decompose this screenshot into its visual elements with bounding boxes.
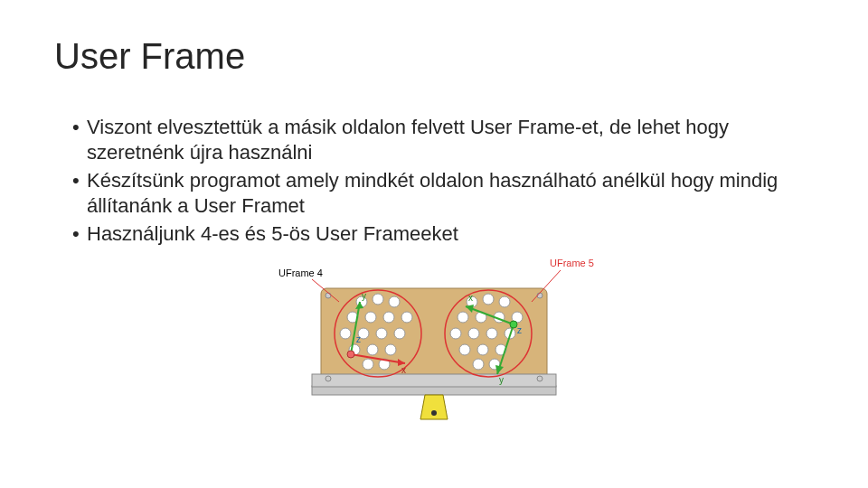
origin-dot-left-icon [347, 351, 354, 358]
svg-point-12 [367, 344, 378, 355]
svg-point-2 [389, 296, 400, 307]
uframe4-label: UFrame 4 [278, 267, 323, 278]
slide: User Frame Viszont elvesztettük a másik … [0, 0, 868, 488]
svg-point-18 [499, 296, 510, 307]
bullet-list: Viszont elvesztettük a másik oldalon fel… [54, 115, 814, 247]
svg-point-14 [363, 359, 373, 370]
bullet-item: Viszont elvesztettük a másik oldalon fel… [72, 115, 814, 164]
svg-point-4 [365, 312, 376, 323]
axis-x-label-left: x [401, 365, 406, 375]
svg-point-30 [473, 359, 484, 370]
svg-point-28 [477, 344, 488, 355]
svg-point-5 [383, 312, 394, 323]
svg-point-13 [385, 344, 396, 355]
corner-bolt-icon [537, 376, 542, 381]
svg-point-9 [376, 328, 387, 339]
svg-point-27 [459, 344, 470, 355]
svg-point-7 [340, 328, 351, 339]
corner-bolt-icon [326, 293, 331, 298]
bullet-item: Használjunk 4-es és 5-ös User Frameeket [72, 221, 814, 247]
slide-title: User Frame [54, 36, 814, 77]
origin-dot-right-icon [510, 321, 517, 328]
uframe5-label: UFrame 5 [550, 258, 594, 268]
axis-y-label-left: y [362, 291, 366, 301]
svg-point-6 [401, 312, 412, 323]
svg-point-19 [458, 312, 468, 323]
bolt-icon [431, 410, 437, 416]
bullet-item: Készítsünk programot amely mindkét oldal… [72, 168, 814, 218]
svg-point-17 [483, 294, 494, 305]
plate-base-icon [312, 374, 556, 387]
corner-bolt-icon [326, 376, 331, 381]
axis-z-label-left: z [356, 334, 361, 344]
svg-point-1 [373, 294, 383, 305]
svg-point-24 [468, 328, 479, 339]
diagram-svg: z x y z x y UFrame 4 UFrame 5 [262, 252, 606, 424]
svg-point-25 [486, 328, 497, 339]
axis-y-label-right: y [499, 375, 504, 385]
svg-point-10 [394, 328, 405, 339]
fixture-diagram: z x y z x y UFrame 4 UFrame 5 [262, 252, 606, 424]
axis-x-label-right: x [468, 293, 473, 303]
svg-point-23 [450, 328, 461, 339]
axis-z-label-right: z [517, 325, 522, 335]
